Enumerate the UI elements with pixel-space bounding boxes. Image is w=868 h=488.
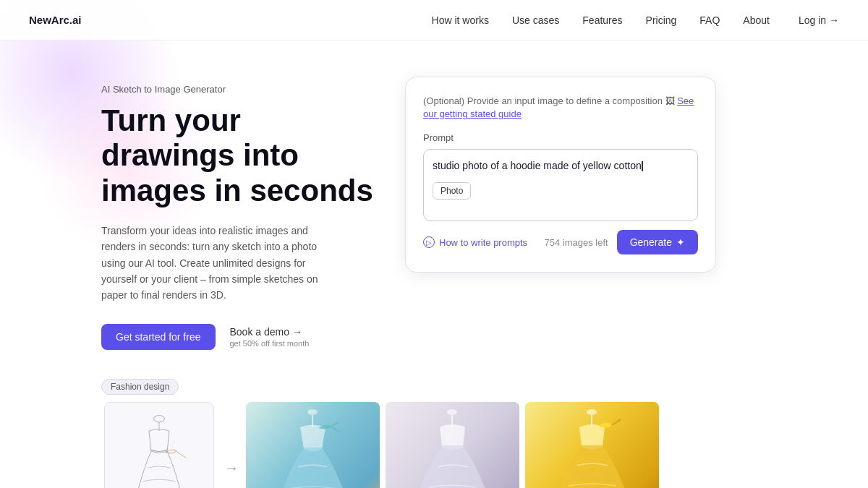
hint-text: (Optional) Provide an input image to def… — [423, 95, 677, 106]
gallery-section: Fashion design — [0, 379, 868, 488]
prompt-label: Prompt — [423, 132, 698, 143]
gallery-images: AI generated summer dress — [246, 402, 825, 488]
yellow-dress-image — [525, 402, 659, 488]
nav-features[interactable]: Features — [582, 14, 622, 26]
logo: NewArc.ai — [29, 14, 82, 26]
hero-description: Transform your ideas into realistic imag… — [101, 223, 333, 304]
nav-use-cases[interactable]: Use cases — [512, 14, 559, 26]
text-cursor — [642, 161, 643, 171]
nav-about[interactable]: About — [743, 14, 770, 26]
cta-row: Get started for free Book a demo → get 5… — [101, 324, 376, 350]
card-footer: ▷ How to write prompts 754 images left G… — [423, 230, 698, 254]
demo-subtext: get 50% off first month — [230, 339, 310, 348]
main-content: AI Sketch to Image Generator Turn your d… — [0, 40, 868, 372]
dress-sketch-image — [104, 402, 214, 488]
generator-card: (Optional) Provide an input image to def… — [405, 77, 716, 273]
footer-right: 754 images left Generate ✦ — [544, 230, 698, 254]
book-demo-link[interactable]: Book a demo → — [230, 326, 310, 338]
hero-subtitle: AI Sketch to Image Generator — [101, 84, 376, 95]
login-button[interactable]: Log in → — [799, 14, 839, 26]
navbar: NewArc.ai How it works Use cases Feature… — [0, 0, 868, 40]
gallery-item: AI generated summer dress — [246, 402, 380, 488]
play-icon: ▷ — [423, 236, 435, 248]
sketch-block: Dress illustration — [101, 402, 217, 488]
images-left-count: 754 images left — [544, 237, 608, 248]
how-to-prompts-link[interactable]: ▷ How to write prompts — [423, 236, 527, 248]
hero-title: Turn your drawings into images in second… — [101, 103, 376, 208]
svg-point-3 — [307, 409, 318, 415]
sparkle-icon: ✦ — [676, 236, 685, 248]
svg-point-0 — [154, 416, 165, 422]
gallery-item: AI generated yellow dress — [525, 402, 659, 488]
nav-faq[interactable]: FAQ — [699, 14, 720, 26]
svg-point-9 — [587, 409, 597, 415]
card-hint: (Optional) Provide an input image to def… — [423, 95, 698, 121]
prompt-text: studio photo of a hoodie made of yellow … — [433, 158, 689, 174]
gallery-row: Dress illustration → — [101, 402, 825, 488]
prompt-box: studio photo of a hoodie made of yellow … — [423, 149, 698, 221]
get-started-button[interactable]: Get started for free — [101, 324, 216, 350]
generate-button[interactable]: Generate ✦ — [617, 230, 698, 254]
svg-point-6 — [447, 409, 457, 415]
hero-section: AI Sketch to Image Generator Turn your d… — [101, 69, 376, 350]
generate-label: Generate — [630, 236, 672, 248]
nav-how-it-works[interactable]: How it works — [432, 14, 489, 26]
how-to-label: How to write prompts — [439, 237, 527, 248]
white-dress-image — [386, 402, 519, 488]
nav-pricing[interactable]: Pricing — [646, 14, 677, 26]
nav-links: How it works Use cases Features Pricing … — [432, 14, 770, 26]
demo-link-group: Book a demo → get 50% off first month — [230, 326, 310, 348]
fashion-badge: Fashion design — [101, 379, 179, 395]
style-badge[interactable]: Photo — [433, 182, 471, 200]
arrow-separator: → — [217, 402, 246, 476]
prompt-value: studio photo of a hoodie made of yellow … — [433, 160, 642, 171]
gallery-item: AI generated white wedding dress — [386, 402, 519, 488]
blue-dress-image — [246, 402, 380, 488]
